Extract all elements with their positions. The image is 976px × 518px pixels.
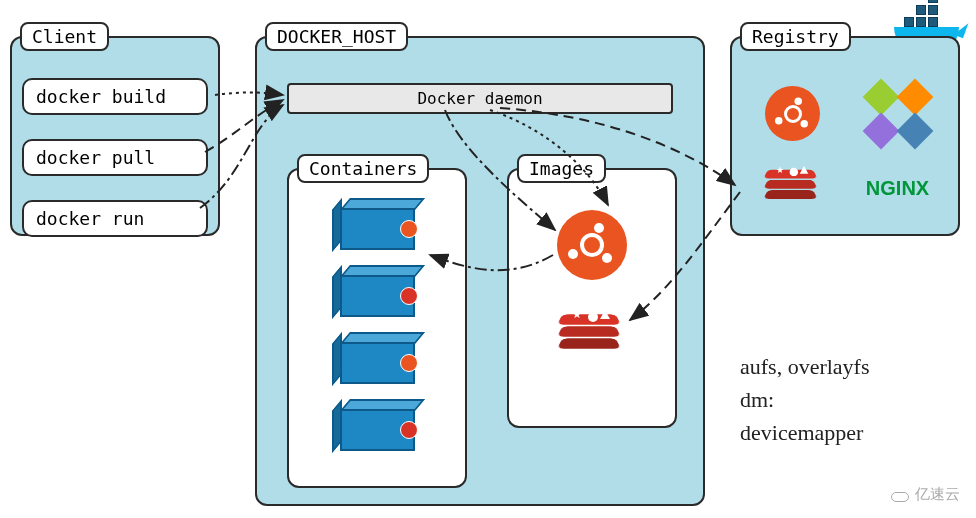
- registry-label: Registry: [740, 22, 851, 51]
- docker-daemon-box: Docker daemon: [287, 83, 673, 114]
- registry-panel: Registry ★ NGINX: [730, 36, 960, 236]
- ubuntu-icon: [400, 354, 418, 372]
- container-item: [332, 334, 422, 389]
- host-label: DOCKER_HOST: [265, 22, 408, 51]
- registry-ubuntu-icon: [765, 86, 820, 141]
- cmd-docker-build: docker build: [22, 78, 208, 115]
- note-line: devicemapper: [740, 416, 870, 449]
- cmd-docker-run: docker run: [22, 200, 208, 237]
- container-item: [332, 200, 422, 255]
- docker-host-panel: DOCKER_HOST Docker daemon Containers: [255, 36, 705, 506]
- container-item: [332, 267, 422, 322]
- client-panel: Client docker build docker pull docker r…: [10, 36, 220, 236]
- ubuntu-image-icon: [557, 210, 627, 280]
- client-label: Client: [20, 22, 109, 51]
- images-label: Images: [517, 154, 606, 183]
- container-item: [332, 401, 422, 456]
- containers-panel: Containers: [287, 168, 467, 488]
- cmd-docker-pull: docker pull: [22, 139, 208, 176]
- watermark-text: 亿速云: [915, 485, 960, 504]
- ubuntu-icon: [400, 220, 418, 238]
- containers-label: Containers: [297, 154, 429, 183]
- note-line: aufs, overlayfs: [740, 350, 870, 383]
- cloud-icon: [891, 488, 911, 502]
- watermark: 亿速云: [891, 485, 960, 504]
- redis-icon: [400, 287, 418, 305]
- registry-redis-icon: ★: [765, 166, 819, 212]
- storage-driver-notes: aufs, overlayfs dm: devicemapper: [740, 350, 870, 449]
- redis-icon: [400, 421, 418, 439]
- images-panel: Images ★: [507, 168, 677, 428]
- note-line: dm:: [740, 383, 870, 416]
- redis-image-icon: ★: [560, 310, 624, 364]
- registry-nginx-icon: NGINX: [866, 177, 929, 200]
- registry-centos-icon: [868, 84, 928, 144]
